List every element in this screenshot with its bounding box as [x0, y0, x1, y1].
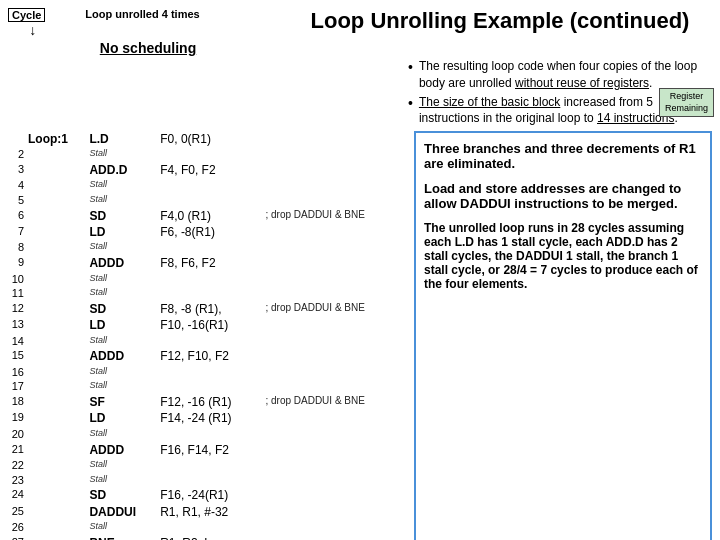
operands-cell: F12, F10, F2 — [158, 348, 263, 364]
operands-cell — [158, 178, 263, 193]
line-num: 24 — [8, 487, 26, 503]
operands-cell: R1, R1, #-32 — [158, 504, 263, 520]
instr-cell: Stall — [87, 520, 158, 535]
label-cell — [26, 348, 87, 364]
loop-unrolled-label: Loop unrolled 4 times — [85, 8, 199, 20]
table-row: 19 LD F14, -24 (R1) — [8, 410, 408, 426]
cycle-arrow: ↓ — [29, 22, 36, 38]
instr-cell: SD — [87, 301, 158, 317]
instr-cell: Stall — [87, 334, 158, 349]
operands-cell: F16, F14, F2 — [158, 442, 263, 458]
instr-cell: Stall — [87, 272, 158, 287]
line-num: 17 — [8, 379, 26, 394]
comment-cell — [263, 535, 408, 540]
table-row: 27 BNE R1, R2, Loop — [8, 535, 408, 540]
main-title: Loop Unrolling Example (continued) — [311, 8, 690, 33]
label-cell — [26, 394, 87, 410]
instr-cell: Stall — [87, 473, 158, 488]
bullet-dot-2: • — [408, 94, 413, 128]
line-num: 9 — [8, 255, 26, 271]
table-row: 15 ADDD F12, F10, F2 — [8, 348, 408, 364]
right-panel: Three branches and three decrements of R… — [414, 131, 712, 540]
cycle-block: Cycle ↓ — [8, 8, 45, 38]
label-cell — [26, 334, 87, 349]
instr-cell: Stall — [87, 147, 158, 162]
comment-cell — [263, 162, 408, 178]
operands-cell: F4, F0, F2 — [158, 162, 263, 178]
line-num: 10 — [8, 272, 26, 287]
operands-cell: F8, F6, F2 — [158, 255, 263, 271]
table-row: Loop:1 L.D F0, 0(R1) — [8, 131, 408, 147]
bullet-1-underline: without reuse of registers — [515, 76, 649, 90]
comment-cell — [263, 473, 408, 488]
table-row: 5 Stall — [8, 193, 408, 208]
line-num: 11 — [8, 286, 26, 301]
instr-cell: ADD.D — [87, 162, 158, 178]
instr-cell: Stall — [87, 286, 158, 301]
line-num: 15 — [8, 348, 26, 364]
line-num: 16 — [8, 365, 26, 380]
table-row: 26 Stall — [8, 520, 408, 535]
table-row: 9 ADDD F8, F6, F2 — [8, 255, 408, 271]
operands-cell — [158, 473, 263, 488]
operands-cell: F0, 0(R1) — [158, 131, 263, 147]
table-row: 21 ADDD F16, F14, F2 — [8, 442, 408, 458]
table-row: 7 LD F6, -8(R1) — [8, 224, 408, 240]
label-cell — [26, 504, 87, 520]
comment-cell — [263, 520, 408, 535]
table-row: 12 SD F8, -8 (R1), ; drop DADDUI & BNE — [8, 301, 408, 317]
label-cell — [26, 255, 87, 271]
label-cell — [26, 379, 87, 394]
table-row: 23 Stall — [8, 473, 408, 488]
instr-cell: Stall — [87, 240, 158, 255]
label-cell — [26, 178, 87, 193]
label-cell — [26, 535, 87, 540]
table-row: 11 Stall — [8, 286, 408, 301]
line-num: 14 — [8, 334, 26, 349]
line-num: 18 — [8, 394, 26, 410]
label-cell — [26, 365, 87, 380]
operands-cell: R1, R2, Loop — [158, 535, 263, 540]
table-row: 4 Stall — [8, 178, 408, 193]
operands-cell: F14, -24 (R1) — [158, 410, 263, 426]
instr-cell: ADDD — [87, 255, 158, 271]
table-row: 25 DADDUI R1, R1, #-32 — [8, 504, 408, 520]
table-row: 16 Stall — [8, 365, 408, 380]
operands-cell — [158, 520, 263, 535]
page: Cycle ↓ Loop unrolled 4 times No schedul… — [0, 0, 720, 540]
operands-cell — [158, 193, 263, 208]
operands-cell: F8, -8 (R1), — [158, 301, 263, 317]
table-row: 10 Stall — [8, 272, 408, 287]
line-num: 22 — [8, 458, 26, 473]
table-row: 14 Stall — [8, 334, 408, 349]
operands-cell — [158, 272, 263, 287]
comment-cell — [263, 334, 408, 349]
label-cell — [26, 410, 87, 426]
line-num: 23 — [8, 473, 26, 488]
instr-cell: BNE — [87, 535, 158, 540]
label-cell — [26, 193, 87, 208]
label-cell — [26, 224, 87, 240]
operands-cell: F4,0 (R1) — [158, 208, 263, 224]
label-cell — [26, 473, 87, 488]
header-left: Cycle ↓ Loop unrolled 4 times No schedul… — [8, 8, 288, 56]
line-num: 26 — [8, 520, 26, 535]
left-panel: Loop:1 L.D F0, 0(R1) 2 Stall 3 — [8, 131, 408, 540]
instr-cell: SD — [87, 487, 158, 503]
table-row: 24 SD F16, -24(R1) — [8, 487, 408, 503]
line-num: 2 — [8, 147, 26, 162]
comment-cell: ; drop DADDUI & BNE — [263, 208, 408, 224]
line-num: 19 — [8, 410, 26, 426]
bullet-dot-1: • — [408, 58, 413, 92]
comment-cell — [263, 131, 408, 147]
line-num: 13 — [8, 317, 26, 333]
comment-cell — [263, 365, 408, 380]
line-num: 12 — [8, 301, 26, 317]
comment-cell — [263, 442, 408, 458]
line-num — [8, 131, 26, 147]
code-table: Loop:1 L.D F0, 0(R1) 2 Stall 3 — [8, 131, 408, 540]
comment-cell — [263, 147, 408, 162]
comment-cell — [263, 379, 408, 394]
comment-cell — [263, 178, 408, 193]
comment-cell — [263, 487, 408, 503]
